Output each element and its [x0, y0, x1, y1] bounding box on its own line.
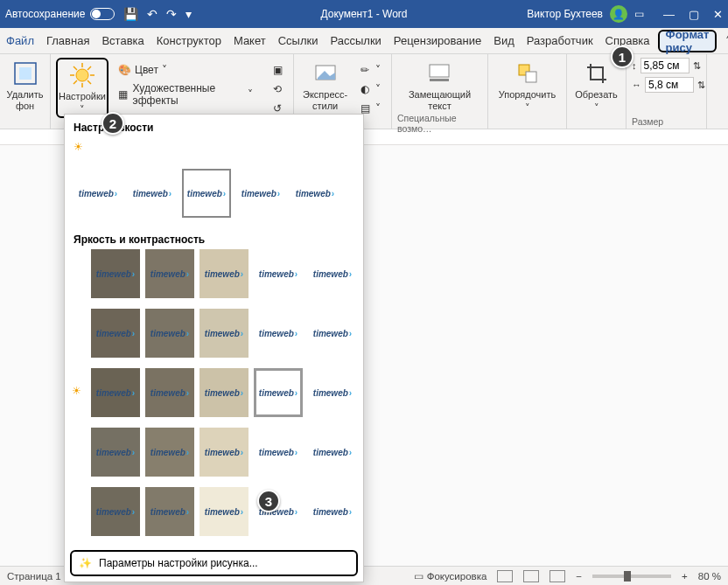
- change-picture-button[interactable]: ⟲: [267, 80, 288, 98]
- undo-icon[interactable]: ↶: [147, 7, 158, 21]
- ribbon-options-icon[interactable]: ▭: [634, 8, 644, 20]
- bc-thumb[interactable]: timeweb›: [200, 487, 248, 536]
- bc-thumb[interactable]: timeweb›: [145, 368, 194, 417]
- bc-thumb[interactable]: timeweb›: [91, 487, 140, 536]
- zoom-level[interactable]: 80 %: [698, 571, 721, 582]
- bc-thumb[interactable]: timeweb›: [308, 368, 357, 417]
- color-button[interactable]: 🎨Цвет˅: [114, 61, 256, 79]
- alt-text-label: Замещающий текст: [409, 89, 471, 111]
- autosave-toggle[interactable]: Автосохранение: [5, 8, 115, 20]
- qat-dropdown-icon[interactable]: ▾: [186, 7, 192, 21]
- quick-styles-button[interactable]: Экспресс- стили: [299, 58, 351, 113]
- focus-mode-button[interactable]: ▭ Фокусировка: [414, 570, 486, 582]
- zoom-slider[interactable]: [592, 575, 671, 578]
- tab-file[interactable]: Файл: [0, 28, 40, 53]
- remove-background-button[interactable]: Удалить фон: [4, 58, 47, 113]
- autosave-label: Автосохранение: [5, 8, 85, 20]
- redo-icon[interactable]: ↷: [166, 7, 177, 21]
- spinner-icon[interactable]: ⇅: [693, 60, 701, 72]
- minimize-icon[interactable]: —: [663, 8, 675, 21]
- border-icon: ✏: [358, 63, 372, 77]
- corrections-dropdown: Настро езкости ☀ timeweb› timeweb› timew…: [64, 114, 364, 582]
- picture-effects-button[interactable]: ◐˅: [354, 80, 384, 98]
- tab-mailings[interactable]: Рассылки: [324, 28, 387, 53]
- crop-button[interactable]: Обрезать ˅: [571, 58, 621, 115]
- group-accessibility: Замещающий текст Специальные возмо…: [392, 54, 488, 129]
- picture-options-label: Параметры настройки рисунка...: [99, 557, 258, 569]
- quick-access-toolbar: 💾 ↶ ↷ ▾: [123, 7, 192, 21]
- chevron-down-icon: ˅: [525, 102, 530, 114]
- bc-thumb[interactable]: timeweb›: [91, 309, 140, 358]
- bc-thumb[interactable]: timeweb›: [308, 249, 357, 298]
- bc-thumb[interactable]: timeweb›: [254, 428, 303, 477]
- zoom-out-button[interactable]: −: [576, 571, 582, 582]
- width-input[interactable]: [645, 77, 694, 93]
- close-icon[interactable]: ✕: [713, 8, 723, 21]
- bc-thumb[interactable]: timeweb›: [91, 249, 140, 298]
- picture-corrections-options-button[interactable]: ✨ Параметры настройки рисунка...: [70, 550, 358, 576]
- svg-line-9: [74, 80, 77, 84]
- tab-layout[interactable]: Макет: [228, 28, 272, 53]
- styles-label: Экспресс- стили: [303, 89, 347, 111]
- picture-border-button[interactable]: ✏˅: [354, 61, 384, 79]
- sharpness-thumb[interactable]: timeweb›: [74, 169, 122, 218]
- bc-thumb[interactable]: timeweb›: [200, 309, 248, 358]
- annotation-marker-1: 1: [611, 45, 634, 68]
- crop-label: Обрезать: [575, 89, 618, 101]
- bc-thumb[interactable]: timeweb›: [145, 487, 194, 536]
- maximize-icon[interactable]: ▢: [689, 8, 699, 21]
- tab-home[interactable]: Главная: [40, 28, 95, 53]
- bc-thumb[interactable]: timeweb›: [200, 428, 248, 477]
- arrange-button[interactable]: Упорядочить ˅: [495, 58, 559, 115]
- remove-bg-icon: [11, 59, 39, 87]
- bc-thumb[interactable]: timeweb›: [254, 249, 303, 298]
- bc-thumb[interactable]: timeweb›: [200, 368, 248, 417]
- chevron-down-icon: ˅: [375, 64, 381, 76]
- alt-text-button[interactable]: Замещающий текст: [405, 58, 474, 113]
- group-arrange: Упорядочить ˅: [488, 54, 567, 129]
- chevron-down-icon: ˅: [248, 88, 253, 101]
- print-layout-icon[interactable]: [523, 570, 539, 582]
- sharpness-thumb-selected[interactable]: timeweb›: [182, 169, 231, 218]
- tab-insert[interactable]: Вставка: [95, 28, 150, 53]
- tab-picture-format[interactable]: Формат рису: [658, 30, 718, 52]
- svg-line-10: [88, 66, 91, 70]
- chevron-down-icon: ˅: [162, 64, 167, 76]
- bc-thumb[interactable]: timeweb›: [91, 428, 140, 477]
- bc-thumb[interactable]: timeweb›: [145, 249, 194, 298]
- bc-thumb[interactable]: timeweb›: [308, 487, 357, 536]
- bc-thumb-selected[interactable]: timeweb›: [254, 368, 303, 417]
- brightness-section-label: Яркость и контрастность: [65, 226, 363, 249]
- annotation-marker-2: 2: [102, 112, 124, 135]
- bc-thumb[interactable]: timeweb›: [254, 309, 303, 358]
- bc-thumb[interactable]: timeweb›: [145, 428, 194, 477]
- bc-thumb[interactable]: timeweb›: [145, 309, 194, 358]
- crop-icon: [583, 59, 611, 87]
- tab-developer[interactable]: Разработчик: [521, 28, 599, 53]
- read-mode-icon[interactable]: [497, 570, 513, 582]
- bc-thumb[interactable]: timeweb›: [200, 249, 248, 298]
- bc-thumb[interactable]: timeweb›: [308, 309, 357, 358]
- sharpness-thumb[interactable]: timeweb›: [290, 169, 340, 218]
- sharpness-thumb[interactable]: timeweb›: [128, 169, 177, 218]
- titlebar: Автосохранение 💾 ↶ ↷ ▾ Документ1 - Word …: [0, 0, 728, 28]
- height-input[interactable]: [640, 58, 690, 73]
- tab-review[interactable]: Рецензирование: [388, 28, 487, 53]
- palette-icon: 🎨: [117, 63, 131, 77]
- spinner-icon[interactable]: ⇅: [697, 80, 705, 91]
- bc-thumb[interactable]: timeweb›: [91, 368, 140, 417]
- corrections-button[interactable]: Настройки ˅: [56, 58, 108, 118]
- tab-references[interactable]: Ссылки: [272, 28, 325, 53]
- bc-thumb[interactable]: timeweb›: [308, 428, 357, 477]
- avatar[interactable]: 👤: [610, 5, 627, 23]
- tab-design[interactable]: Конструктор: [150, 28, 228, 53]
- web-layout-icon[interactable]: [550, 570, 565, 582]
- save-icon[interactable]: 💾: [123, 7, 138, 21]
- sharpness-thumb[interactable]: timeweb›: [236, 169, 285, 218]
- zoom-in-button[interactable]: +: [682, 571, 688, 582]
- artistic-effects-button[interactable]: ▦Художественные эффекты˅: [114, 80, 256, 108]
- collapse-ribbon-icon[interactable]: ˄: [718, 34, 728, 47]
- compress-button[interactable]: ▣: [267, 61, 288, 79]
- sun-icon: [68, 61, 96, 89]
- tab-view[interactable]: Вид: [487, 28, 521, 53]
